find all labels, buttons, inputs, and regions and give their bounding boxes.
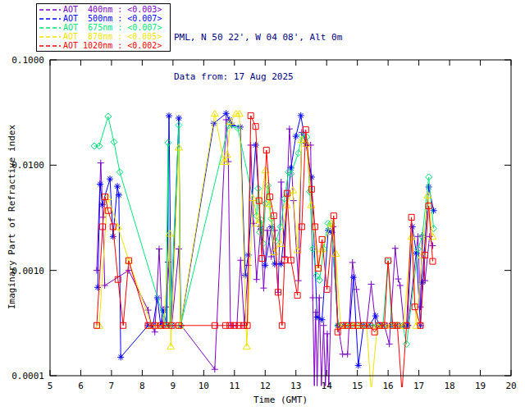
- x-tick-label: 15: [352, 381, 363, 391]
- series-line-aot-400nm: [97, 120, 433, 386]
- x-axis-title: Time (GMT): [50, 395, 511, 405]
- marker-asterisk-icon: [242, 272, 249, 279]
- marker-asterisk-icon: [319, 317, 326, 323]
- marker-plus-icon: [320, 322, 326, 329]
- marker-asterisk-icon: [97, 180, 103, 187]
- x-tick-label: 7: [109, 381, 115, 391]
- marker-plus-icon: [395, 276, 401, 282]
- header-site-line: PML, N 50 22', W 04 08', Alt 0m: [174, 31, 342, 44]
- marker-asterisk-icon: [293, 133, 299, 139]
- header-date-line: Data from: 17 Aug 2025: [174, 71, 342, 84]
- legend-dash-sample-icon: [39, 7, 61, 13]
- x-tick-label: 16: [383, 381, 394, 391]
- marker-plus-icon: [156, 245, 162, 252]
- marker-plus-icon: [286, 126, 293, 132]
- x-tick-label: 6: [78, 381, 84, 391]
- marker-plus-icon: [349, 259, 356, 266]
- legend-label: AOT 675nm : <0.007>: [63, 24, 162, 32]
- marker-plus-icon: [429, 242, 436, 249]
- marker-asterisk-icon: [409, 223, 416, 230]
- marker-asterisk-icon: [110, 233, 116, 240]
- marker-plus-icon: [386, 340, 393, 347]
- marker-asterisk-icon: [107, 176, 113, 182]
- marker-plus-icon: [94, 267, 100, 274]
- series-aot-1020nm: [94, 113, 436, 392]
- marker-asterisk-icon: [223, 110, 230, 116]
- x-tick-label: 12: [260, 381, 271, 391]
- x-tick-label: 8: [139, 381, 145, 391]
- marker-asterisk-icon: [355, 363, 362, 369]
- aeronet-refractive-index-plot: 5678910111213141516171819200.10000.01000…: [0, 0, 525, 420]
- series-line-aot-1020nm: [97, 116, 433, 392]
- marker-plus-icon: [414, 233, 421, 240]
- legend-label: AOT 870nm : <0.005>: [63, 33, 162, 41]
- marker-asterisk-icon: [176, 115, 182, 121]
- marker-asterisk-icon: [426, 184, 432, 190]
- x-tick-label: 20: [505, 381, 516, 391]
- marker-asterisk-icon: [350, 274, 357, 281]
- legend-label: AOT 500nm : <0.007>: [63, 15, 162, 23]
- marker-plus-icon: [237, 257, 244, 263]
- x-tick-label: 18: [444, 381, 454, 391]
- x-tick-label: 5: [48, 381, 53, 391]
- x-tick-label: 19: [475, 381, 486, 391]
- marker-asterisk-icon: [116, 192, 122, 199]
- marker-asterisk-icon: [94, 284, 101, 290]
- y-axis-title: Imaginary Part of Refractive index: [7, 53, 17, 381]
- marker-plus-icon: [278, 179, 285, 185]
- series-aot-400nm: [94, 116, 436, 386]
- marker-plus-icon: [324, 331, 331, 337]
- marker-plus-icon: [316, 294, 322, 301]
- marker-plus-icon: [98, 160, 104, 167]
- marker-plus-icon: [260, 285, 267, 291]
- x-tick-label: 17: [413, 381, 424, 391]
- marker-plus-icon: [309, 294, 316, 301]
- header: PML, N 50 22', W 04 08', Alt 0m Data fro…: [174, 5, 342, 110]
- legend-dash-sample-icon: [39, 16, 61, 22]
- legend-item-aot-400nm: AOT 400nm : <0.003>: [39, 6, 168, 14]
- marker-asterisk-icon: [278, 261, 285, 267]
- marker-plus-icon: [368, 281, 375, 287]
- x-tick-label: 14: [322, 381, 333, 391]
- legend-dash-sample-icon: [39, 25, 61, 31]
- marker-plus-icon: [212, 366, 218, 372]
- legend-label: AOT 400nm : <0.003>: [63, 6, 162, 14]
- marker-asterisk-icon: [372, 313, 379, 319]
- marker-asterisk-icon: [253, 142, 259, 148]
- legend-item-aot-500nm: AOT 500nm : <0.007>: [39, 15, 168, 23]
- legend-item-aot-675nm: AOT 675nm : <0.007>: [39, 24, 168, 32]
- x-tick-label: 13: [290, 381, 301, 391]
- marker-asterisk-icon: [262, 262, 268, 268]
- legend-label: AOT 1020nm : <0.002>: [63, 42, 162, 50]
- marker-asterisk-icon: [298, 112, 304, 119]
- marker-plus-icon: [397, 282, 404, 289]
- legend-dash-sample-icon: [39, 34, 61, 40]
- marker-asterisk-icon: [166, 112, 172, 119]
- marker-plus-icon: [102, 282, 108, 289]
- marker-plus-icon: [392, 245, 399, 252]
- marker-plus-icon: [176, 245, 182, 252]
- marker-plus-icon: [345, 351, 351, 358]
- legend-item-aot-870nm: AOT 870nm : <0.005>: [39, 33, 168, 41]
- legend-item-aot-1020nm: AOT 1020nm : <0.002>: [39, 42, 168, 50]
- marker-plus-icon: [253, 276, 260, 283]
- legend-box: AOT 400nm : <0.003>AOT 500nm : <0.007>AO…: [36, 3, 171, 52]
- legend-dash-sample-icon: [39, 43, 61, 49]
- x-tick-label: 9: [171, 381, 176, 391]
- x-tick-label: 11: [229, 381, 240, 391]
- x-tick-label: 10: [199, 381, 209, 391]
- marker-asterisk-icon: [114, 183, 121, 189]
- marker-plus-icon: [152, 329, 158, 336]
